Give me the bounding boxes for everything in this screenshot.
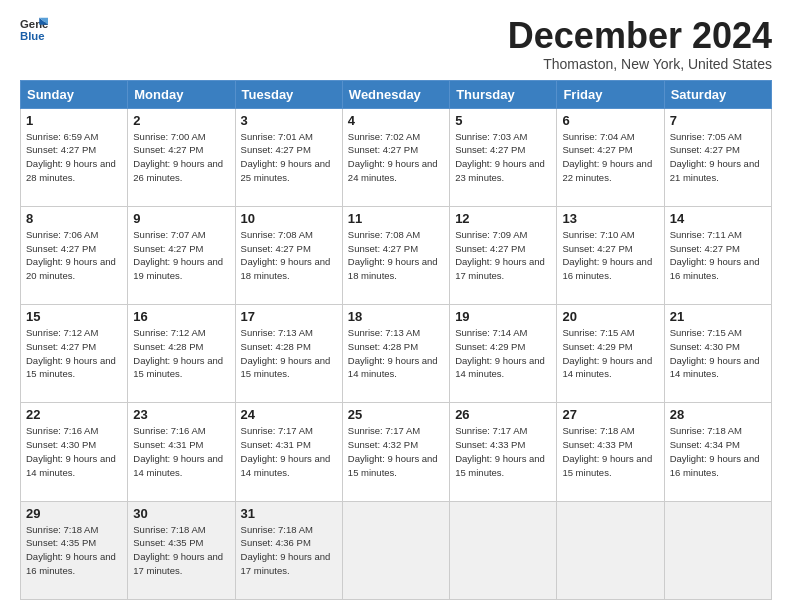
calendar-day-cell: 12Sunrise: 7:09 AMSunset: 4:27 PMDayligh… (450, 206, 557, 304)
day-number: 24 (241, 407, 337, 422)
day-number: 12 (455, 211, 551, 226)
day-info: Sunrise: 7:12 AMSunset: 4:27 PMDaylight:… (26, 327, 116, 379)
day-info: Sunrise: 7:13 AMSunset: 4:28 PMDaylight:… (241, 327, 331, 379)
calendar-week-row: 15Sunrise: 7:12 AMSunset: 4:27 PMDayligh… (21, 305, 772, 403)
calendar-day-cell: 20Sunrise: 7:15 AMSunset: 4:29 PMDayligh… (557, 305, 664, 403)
day-number: 26 (455, 407, 551, 422)
day-number: 11 (348, 211, 444, 226)
day-number: 20 (562, 309, 658, 324)
day-number: 23 (133, 407, 229, 422)
day-info: Sunrise: 7:18 AMSunset: 4:35 PMDaylight:… (133, 524, 223, 576)
day-info: Sunrise: 7:04 AMSunset: 4:27 PMDaylight:… (562, 131, 652, 183)
day-info: Sunrise: 7:03 AMSunset: 4:27 PMDaylight:… (455, 131, 545, 183)
day-info: Sunrise: 7:16 AMSunset: 4:30 PMDaylight:… (26, 425, 116, 477)
day-info: Sunrise: 7:17 AMSunset: 4:33 PMDaylight:… (455, 425, 545, 477)
day-number: 10 (241, 211, 337, 226)
calendar-week-row: 29Sunrise: 7:18 AMSunset: 4:35 PMDayligh… (21, 501, 772, 599)
logo: General Blue (20, 16, 48, 44)
day-info: Sunrise: 7:05 AMSunset: 4:27 PMDaylight:… (670, 131, 760, 183)
day-header: Sunday (21, 80, 128, 108)
day-info: Sunrise: 6:59 AMSunset: 4:27 PMDaylight:… (26, 131, 116, 183)
calendar-day-cell: 3Sunrise: 7:01 AMSunset: 4:27 PMDaylight… (235, 108, 342, 206)
day-header: Monday (128, 80, 235, 108)
title-block: December 2024 Thomaston, New York, Unite… (508, 16, 772, 72)
day-number: 5 (455, 113, 551, 128)
day-info: Sunrise: 7:02 AMSunset: 4:27 PMDaylight:… (348, 131, 438, 183)
day-info: Sunrise: 7:18 AMSunset: 4:34 PMDaylight:… (670, 425, 760, 477)
calendar-day-cell: 25Sunrise: 7:17 AMSunset: 4:32 PMDayligh… (342, 403, 449, 501)
calendar-day-cell: 18Sunrise: 7:13 AMSunset: 4:28 PMDayligh… (342, 305, 449, 403)
day-number: 8 (26, 211, 122, 226)
calendar-day-cell: 27Sunrise: 7:18 AMSunset: 4:33 PMDayligh… (557, 403, 664, 501)
day-info: Sunrise: 7:16 AMSunset: 4:31 PMDaylight:… (133, 425, 223, 477)
day-number: 3 (241, 113, 337, 128)
calendar-week-row: 8Sunrise: 7:06 AMSunset: 4:27 PMDaylight… (21, 206, 772, 304)
day-header: Tuesday (235, 80, 342, 108)
day-header: Friday (557, 80, 664, 108)
calendar-day-cell: 1Sunrise: 6:59 AMSunset: 4:27 PMDaylight… (21, 108, 128, 206)
day-number: 18 (348, 309, 444, 324)
calendar-day-cell (450, 501, 557, 599)
day-number: 30 (133, 506, 229, 521)
day-info: Sunrise: 7:12 AMSunset: 4:28 PMDaylight:… (133, 327, 223, 379)
svg-text:Blue: Blue (20, 30, 45, 42)
day-info: Sunrise: 7:15 AMSunset: 4:30 PMDaylight:… (670, 327, 760, 379)
calendar-day-cell: 30Sunrise: 7:18 AMSunset: 4:35 PMDayligh… (128, 501, 235, 599)
day-info: Sunrise: 7:10 AMSunset: 4:27 PMDaylight:… (562, 229, 652, 281)
calendar-day-cell: 11Sunrise: 7:08 AMSunset: 4:27 PMDayligh… (342, 206, 449, 304)
calendar-day-cell: 21Sunrise: 7:15 AMSunset: 4:30 PMDayligh… (664, 305, 771, 403)
month-title: December 2024 (508, 16, 772, 56)
day-header: Thursday (450, 80, 557, 108)
day-info: Sunrise: 7:13 AMSunset: 4:28 PMDaylight:… (348, 327, 438, 379)
day-number: 25 (348, 407, 444, 422)
location: Thomaston, New York, United States (508, 56, 772, 72)
day-number: 2 (133, 113, 229, 128)
day-info: Sunrise: 7:08 AMSunset: 4:27 PMDaylight:… (241, 229, 331, 281)
header: General Blue December 2024 Thomaston, Ne… (20, 16, 772, 72)
day-number: 16 (133, 309, 229, 324)
calendar-day-cell: 19Sunrise: 7:14 AMSunset: 4:29 PMDayligh… (450, 305, 557, 403)
day-number: 28 (670, 407, 766, 422)
day-number: 19 (455, 309, 551, 324)
calendar-day-cell: 6Sunrise: 7:04 AMSunset: 4:27 PMDaylight… (557, 108, 664, 206)
calendar-day-cell: 7Sunrise: 7:05 AMSunset: 4:27 PMDaylight… (664, 108, 771, 206)
calendar-day-cell: 14Sunrise: 7:11 AMSunset: 4:27 PMDayligh… (664, 206, 771, 304)
day-header: Saturday (664, 80, 771, 108)
day-info: Sunrise: 7:15 AMSunset: 4:29 PMDaylight:… (562, 327, 652, 379)
day-info: Sunrise: 7:18 AMSunset: 4:33 PMDaylight:… (562, 425, 652, 477)
day-number: 7 (670, 113, 766, 128)
day-info: Sunrise: 7:07 AMSunset: 4:27 PMDaylight:… (133, 229, 223, 281)
day-number: 29 (26, 506, 122, 521)
calendar-day-cell: 22Sunrise: 7:16 AMSunset: 4:30 PMDayligh… (21, 403, 128, 501)
page: General Blue December 2024 Thomaston, Ne… (0, 0, 792, 612)
calendar-day-cell (664, 501, 771, 599)
calendar-table: SundayMondayTuesdayWednesdayThursdayFrid… (20, 80, 772, 600)
day-header: Wednesday (342, 80, 449, 108)
calendar-day-cell (342, 501, 449, 599)
calendar-day-cell: 16Sunrise: 7:12 AMSunset: 4:28 PMDayligh… (128, 305, 235, 403)
calendar-week-row: 22Sunrise: 7:16 AMSunset: 4:30 PMDayligh… (21, 403, 772, 501)
calendar-day-cell: 9Sunrise: 7:07 AMSunset: 4:27 PMDaylight… (128, 206, 235, 304)
calendar-day-cell: 17Sunrise: 7:13 AMSunset: 4:28 PMDayligh… (235, 305, 342, 403)
calendar-day-cell (557, 501, 664, 599)
calendar-day-cell: 4Sunrise: 7:02 AMSunset: 4:27 PMDaylight… (342, 108, 449, 206)
calendar-day-cell: 13Sunrise: 7:10 AMSunset: 4:27 PMDayligh… (557, 206, 664, 304)
calendar-day-cell: 5Sunrise: 7:03 AMSunset: 4:27 PMDaylight… (450, 108, 557, 206)
day-number: 14 (670, 211, 766, 226)
day-info: Sunrise: 7:18 AMSunset: 4:36 PMDaylight:… (241, 524, 331, 576)
day-info: Sunrise: 7:14 AMSunset: 4:29 PMDaylight:… (455, 327, 545, 379)
day-info: Sunrise: 7:00 AMSunset: 4:27 PMDaylight:… (133, 131, 223, 183)
calendar-day-cell: 24Sunrise: 7:17 AMSunset: 4:31 PMDayligh… (235, 403, 342, 501)
day-info: Sunrise: 7:17 AMSunset: 4:32 PMDaylight:… (348, 425, 438, 477)
day-number: 1 (26, 113, 122, 128)
day-number: 15 (26, 309, 122, 324)
calendar-day-cell: 8Sunrise: 7:06 AMSunset: 4:27 PMDaylight… (21, 206, 128, 304)
calendar-day-cell: 31Sunrise: 7:18 AMSunset: 4:36 PMDayligh… (235, 501, 342, 599)
day-number: 6 (562, 113, 658, 128)
calendar-day-cell: 26Sunrise: 7:17 AMSunset: 4:33 PMDayligh… (450, 403, 557, 501)
day-info: Sunrise: 7:11 AMSunset: 4:27 PMDaylight:… (670, 229, 760, 281)
calendar-day-cell: 15Sunrise: 7:12 AMSunset: 4:27 PMDayligh… (21, 305, 128, 403)
logo-icon: General Blue (20, 16, 48, 44)
day-number: 21 (670, 309, 766, 324)
day-number: 22 (26, 407, 122, 422)
